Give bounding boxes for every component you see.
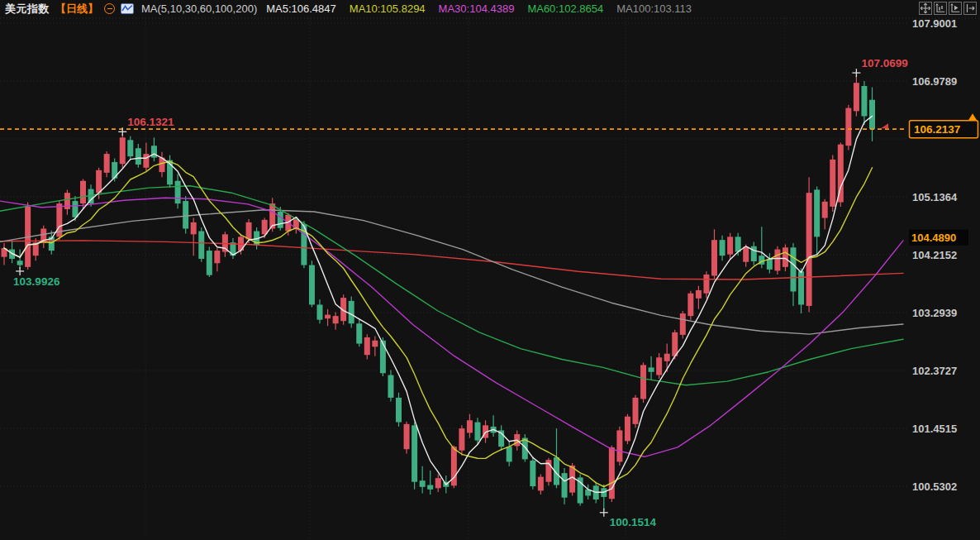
candle-body <box>530 461 535 486</box>
candle-body <box>656 357 662 375</box>
ma-marker-label: 104.4890 <box>911 232 956 244</box>
low-price-annotation: 103.9926 <box>13 275 60 288</box>
axis-tick-label: 102.3727 <box>912 365 957 377</box>
candle-body <box>356 323 362 343</box>
axis-tick-label: 103.2939 <box>912 307 957 319</box>
high-price-annotation: 107.0699 <box>861 57 907 69</box>
candle-body <box>278 212 283 228</box>
candle-body <box>104 154 110 173</box>
candle-body <box>633 398 639 424</box>
chart-toolbar <box>919 2 977 15</box>
axis-tick-label: 105.1364 <box>912 191 958 203</box>
candle-body <box>791 247 797 291</box>
candle-body <box>743 247 749 262</box>
candle-body <box>806 193 812 306</box>
candle-body <box>774 250 780 271</box>
candle-body <box>625 417 630 442</box>
candle-body <box>80 181 86 203</box>
ma-values: MA5:106.4847MA10:105.8294MA30:104.4389MA… <box>266 2 692 15</box>
candle-body <box>388 375 393 398</box>
period-label[interactable]: 【日线】 <box>55 2 98 17</box>
circle-minus-icon[interactable] <box>104 3 115 14</box>
candle-body <box>854 83 859 111</box>
candle-body <box>72 201 78 217</box>
candle-body <box>507 447 512 461</box>
candle-body <box>861 86 867 116</box>
axis-autoscale-icon[interactable] <box>949 2 962 15</box>
candle-body <box>703 275 709 294</box>
ma-value-0: MA5:106.4847 <box>266 2 336 15</box>
candle-body <box>420 480 426 487</box>
candle-body <box>640 365 646 399</box>
candle-body <box>349 301 354 323</box>
candle-body <box>435 478 441 488</box>
candle-body <box>191 222 197 234</box>
indicator-chart-icon[interactable] <box>121 3 134 14</box>
candle-body <box>845 108 851 146</box>
low-price-annotation: 100.1514 <box>610 516 657 528</box>
axis-tick-label: 106.9789 <box>912 75 957 88</box>
candle-body <box>680 313 686 335</box>
candle-body <box>198 232 204 259</box>
candle-body <box>151 146 157 157</box>
candle-body <box>459 428 464 451</box>
candle-body <box>207 251 212 275</box>
candle-body <box>175 181 181 203</box>
candle-body <box>687 294 693 316</box>
candle-body <box>380 341 386 374</box>
candle-body <box>214 251 220 263</box>
ma-params-label[interactable]: MA(5,10,30,60,100,200) <box>141 2 257 15</box>
ma-value-2: MA30:104.4389 <box>439 2 515 15</box>
candle-body <box>412 425 417 481</box>
candle-body <box>798 271 804 304</box>
candle-body <box>467 420 473 432</box>
candle-body <box>427 485 433 490</box>
candle-body <box>822 202 828 218</box>
ma-value-3: MA60:102.8654 <box>527 2 603 15</box>
candle-body <box>183 201 188 228</box>
high-price-annotation: 106.1321 <box>127 116 174 128</box>
candle-body <box>396 398 402 423</box>
candle-body <box>17 260 23 265</box>
candle-body <box>309 265 315 305</box>
candle-body <box>783 247 788 267</box>
candle-body <box>325 315 331 319</box>
candle-body <box>333 316 339 323</box>
candle-body <box>364 337 370 355</box>
collapse-panel-icon[interactable] <box>963 2 977 15</box>
candle-body <box>569 466 575 493</box>
candle-body <box>609 447 615 499</box>
axis-tick-label: 100.5302 <box>912 480 957 493</box>
candle-body <box>649 367 654 371</box>
candle-body <box>751 246 757 261</box>
candle-body <box>372 341 378 347</box>
candle-body <box>814 189 820 237</box>
candle-body <box>767 259 773 270</box>
candle-body <box>246 222 252 240</box>
candle-body <box>869 100 875 129</box>
chart-header: 美元指数 【日线】 MA(5,10,30,60,100,200) MA5:106… <box>0 0 980 17</box>
trading-chart-app: 103.9926106.1321100.1514107.0699107.9001… <box>0 0 980 540</box>
candle-body <box>262 220 268 234</box>
candle-body <box>830 160 835 207</box>
candle-body <box>696 290 702 299</box>
ma-value-4: MA100:103.113 <box>616 2 692 15</box>
ma-value-1: MA10:105.8294 <box>350 2 426 15</box>
pan-icon[interactable] <box>919 2 932 15</box>
candle-body <box>120 137 126 164</box>
candle-body <box>136 148 141 165</box>
candle-body <box>317 304 323 319</box>
candle-body <box>475 423 481 441</box>
candle-body <box>727 237 733 254</box>
candle-body <box>616 430 622 461</box>
axis-tick-label: 101.4515 <box>912 423 957 435</box>
candlestick-chart[interactable]: 103.9926106.1321100.1514107.0699107.9001… <box>0 0 980 540</box>
symbol-name: 美元指数 <box>5 2 50 17</box>
candle-body <box>143 154 149 168</box>
candle-body <box>664 354 670 361</box>
candle-body <box>720 240 725 256</box>
axis-tick-label: 104.2152 <box>912 249 957 261</box>
axis-scale-icon[interactable] <box>934 2 947 15</box>
candle-body <box>735 237 741 251</box>
candle-body <box>96 170 102 193</box>
